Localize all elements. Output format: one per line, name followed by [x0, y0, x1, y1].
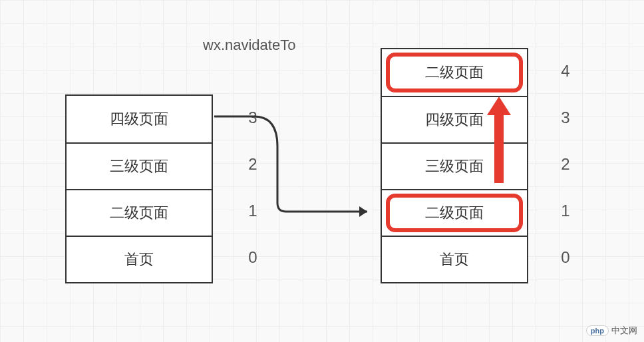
- index-number: 0: [240, 234, 266, 281]
- row-label: 三级页面: [425, 156, 484, 176]
- stack-row: 首页: [382, 236, 527, 282]
- stack-row: 四级页面: [67, 96, 212, 142]
- stack-row: 首页: [67, 236, 212, 282]
- stack-row: 二级页面: [67, 189, 212, 236]
- index-number: 4: [552, 48, 579, 94]
- index-number: 2: [552, 141, 579, 188]
- row-label: 四级页面: [110, 109, 168, 129]
- row-label: 三级页面: [110, 156, 168, 176]
- watermark: php 中文网: [586, 325, 637, 337]
- watermark-text: 中文网: [611, 325, 637, 337]
- row-label: 首页: [124, 250, 154, 269]
- row-label: 二级页面: [425, 63, 484, 83]
- index-number: 3: [240, 94, 266, 141]
- watermark-badge: php: [586, 325, 609, 336]
- index-number: 3: [552, 94, 579, 141]
- row-label: 首页: [440, 250, 469, 269]
- index-number: 1: [240, 188, 266, 234]
- left-stack: 四级页面 三级页面 二级页面 首页: [65, 94, 213, 283]
- stack-row: 四级页面: [382, 96, 527, 142]
- left-index-column: 3 2 1 0: [240, 94, 266, 281]
- index-number: 0: [552, 234, 579, 281]
- row-label: 二级页面: [110, 203, 168, 223]
- row-label: 二级页面: [425, 203, 484, 223]
- right-index-column: 4 3 2 1 0: [552, 48, 579, 281]
- index-number: 1: [552, 188, 579, 234]
- stack-row: 二级页面: [382, 189, 527, 236]
- index-number: 2: [240, 141, 266, 188]
- right-stack: 二级页面 四级页面 三级页面 二级页面 首页: [381, 48, 528, 283]
- diagram-title: wx.navidateTo: [203, 37, 295, 54]
- stack-row: 三级页面: [67, 142, 212, 189]
- row-label: 四级页面: [425, 110, 484, 130]
- stack-row: 二级页面: [382, 49, 527, 96]
- stack-row: 三级页面: [382, 142, 527, 189]
- transition-arrow-icon: [214, 113, 377, 223]
